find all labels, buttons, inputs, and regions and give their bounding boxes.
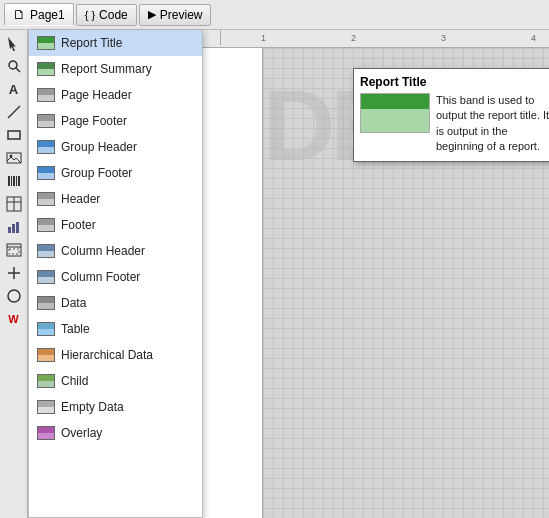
tab-page1[interactable]: 🗋 Page1	[4, 3, 74, 26]
menu-item-label: Empty Data	[61, 400, 124, 414]
menu-item-page-footer[interactable]: Page Footer	[29, 108, 202, 134]
menu-item-footer[interactable]: Footer	[29, 212, 202, 238]
select-tool[interactable]	[3, 32, 25, 54]
svg-rect-19	[9, 249, 19, 254]
band-icon-11	[37, 320, 55, 338]
rect-tool[interactable]	[3, 124, 25, 146]
horizontal-ruler: 1 2 3 4	[203, 30, 549, 48]
band-icon-10	[37, 294, 55, 312]
band-icon-3	[37, 112, 55, 130]
menu-item-page-header[interactable]: Page Header	[29, 82, 202, 108]
tooltip-title: Report Title	[360, 75, 549, 89]
band-icon-13	[37, 372, 55, 390]
tab-preview[interactable]: ▶ Preview	[139, 4, 212, 26]
table-tool[interactable]	[3, 193, 25, 215]
svg-rect-15	[12, 224, 15, 233]
svg-rect-14	[8, 227, 11, 233]
menu-item-group-header[interactable]: Group Header	[29, 134, 202, 160]
menu-item-label: Header	[61, 192, 100, 206]
main-layout: A W Report TitleReport Summar	[0, 30, 549, 518]
svg-rect-3	[8, 131, 20, 139]
menu-item-label: Group Footer	[61, 166, 132, 180]
tab-code-label: Code	[99, 8, 128, 22]
menu-item-label: Hierarchical Data	[61, 348, 153, 362]
menu-item-header[interactable]: Header	[29, 186, 202, 212]
tab-code[interactable]: { } Code	[76, 4, 137, 26]
top-toolbar: 🗋 Page1 { } Code ▶ Preview	[0, 0, 549, 30]
canvas-area: 1 2 3 4 DEM Report Title This band is us…	[203, 30, 549, 518]
page-icon: 🗋	[13, 7, 26, 22]
svg-rect-16	[16, 222, 19, 233]
chart-tool[interactable]	[3, 216, 25, 238]
text-tool[interactable]: A	[3, 78, 25, 100]
preview-icon: ▶	[148, 8, 156, 21]
menu-item-column-header[interactable]: Column Header	[29, 238, 202, 264]
ruler-mark-1: 1	[261, 33, 266, 43]
menu-item-child[interactable]: Child	[29, 368, 202, 394]
tooltip-popup: Report Title This band is used to output…	[353, 68, 549, 162]
menu-item-empty-data[interactable]: Empty Data	[29, 394, 202, 420]
svg-rect-10	[18, 176, 20, 186]
svg-point-0	[9, 61, 17, 69]
menu-item-label: Overlay	[61, 426, 102, 440]
tooltip-band-dark	[361, 94, 429, 109]
menu-item-label: Report Summary	[61, 62, 152, 76]
svg-rect-9	[16, 176, 17, 186]
svg-point-22	[8, 290, 20, 302]
menu-item-overlay[interactable]: Overlay	[29, 420, 202, 446]
menu-item-report-summary[interactable]: Report Summary	[29, 56, 202, 82]
tooltip-band-preview	[360, 93, 430, 133]
line-tool[interactable]	[3, 101, 25, 123]
menu-item-label: Column Footer	[61, 270, 140, 284]
shape-tool[interactable]	[3, 285, 25, 307]
band-menu: Report TitleReport SummaryPage HeaderPag…	[28, 30, 203, 518]
zoom-tool[interactable]	[3, 55, 25, 77]
menu-item-data[interactable]: Data	[29, 290, 202, 316]
band-icon-6	[37, 190, 55, 208]
tooltip-band-light	[361, 109, 429, 132]
menu-item-label: Page Header	[61, 88, 132, 102]
menu-item-column-footer[interactable]: Column Footer	[29, 264, 202, 290]
band-icon-9	[37, 268, 55, 286]
menu-item-hierarchical-data[interactable]: Hierarchical Data	[29, 342, 202, 368]
ruler-mark-3: 3	[441, 33, 446, 43]
menu-item-label: Page Footer	[61, 114, 127, 128]
tab-preview-label: Preview	[160, 8, 203, 22]
code-icon: { }	[85, 9, 95, 21]
band-icon-7	[37, 216, 55, 234]
ruler-mark-2: 2	[351, 33, 356, 43]
svg-line-2	[8, 106, 20, 118]
menu-item-group-footer[interactable]: Group Footer	[29, 160, 202, 186]
page-area	[203, 48, 263, 518]
band-icon-14	[37, 398, 55, 416]
tooltip-content: This band is used to output the report t…	[360, 93, 549, 155]
menu-item-label: Group Header	[61, 140, 137, 154]
menu-item-table[interactable]: Table	[29, 316, 202, 342]
band-icon-8	[37, 242, 55, 260]
menu-item-label: Data	[61, 296, 86, 310]
subreport-tool[interactable]	[3, 239, 25, 261]
rich-text-tool[interactable]: W	[3, 308, 25, 330]
svg-rect-7	[11, 176, 12, 186]
menu-item-label: Column Header	[61, 244, 145, 258]
ruler-mark-4: 4	[531, 33, 536, 43]
band-icon-12	[37, 346, 55, 364]
barcode-tool[interactable]	[3, 170, 25, 192]
menu-item-label: Footer	[61, 218, 96, 232]
band-icon-5	[37, 164, 55, 182]
svg-rect-8	[13, 176, 15, 186]
tooltip-description: This band is used to output the report t…	[436, 93, 549, 155]
tab-page1-label: Page1	[30, 8, 65, 22]
band-icon-1	[37, 60, 55, 78]
cross-tool[interactable]	[3, 262, 25, 284]
menu-item-label: Table	[61, 322, 90, 336]
menu-item-label: Report Title	[61, 36, 122, 50]
band-icon-15	[37, 424, 55, 442]
band-icon-4	[37, 138, 55, 156]
band-icon-2	[37, 86, 55, 104]
band-icon-0	[37, 34, 55, 52]
design-surface[interactable]: DEM Report Title This band is used to ou…	[203, 48, 549, 518]
menu-item-report-title[interactable]: Report Title	[29, 30, 202, 56]
image-tool[interactable]	[3, 147, 25, 169]
left-toolbar: A W	[0, 30, 28, 518]
